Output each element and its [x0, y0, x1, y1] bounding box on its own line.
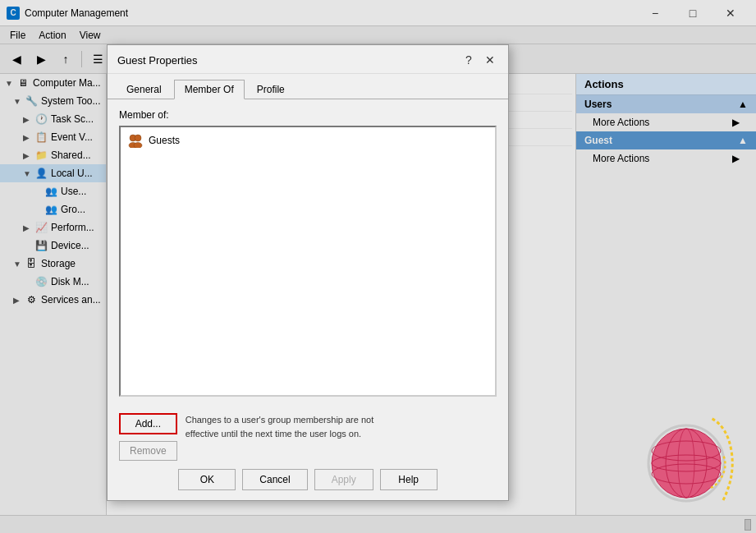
tab-general[interactable]: General — [116, 80, 172, 99]
member-of-label: Member of: — [119, 109, 497, 121]
dialog-action-buttons: OK Cancel Apply Help — [108, 461, 508, 500]
dialog-title-controls: ? ✕ — [460, 52, 498, 68]
svg-point-1 — [135, 135, 141, 141]
info-text: Changes to a user's group membership are… — [186, 413, 399, 461]
tab-profile[interactable]: Profile — [246, 80, 296, 99]
dialog-title: Guest Properties — [117, 54, 198, 67]
list-item[interactable]: Guests — [124, 131, 492, 150]
remove-button[interactable]: Remove — [119, 441, 177, 461]
apply-button[interactable]: Apply — [314, 469, 373, 490]
tab-strip: General Member Of Profile — [108, 74, 508, 99]
cancel-button[interactable]: Cancel — [242, 469, 307, 490]
window: C Computer Management − □ ✕ File Action … — [0, 0, 756, 533]
globe-decoration — [641, 410, 740, 508]
dialog-content: Member of: Guests — [108, 99, 508, 407]
tab-member-of[interactable]: Member Of — [174, 80, 245, 99]
dialog-footer-info: Add... Remove Changes to a user's group … — [108, 407, 508, 461]
ok-button[interactable]: OK — [178, 469, 236, 490]
dialog-close-button[interactable]: ✕ — [482, 52, 498, 68]
svg-point-3 — [134, 143, 142, 149]
group-icon — [127, 132, 144, 149]
member-list[interactable]: Guests — [119, 126, 497, 397]
member-label: Guests — [149, 135, 180, 146]
dialog-title-bar: Guest Properties ? ✕ — [108, 45, 508, 74]
add-remove-buttons: Add... Remove — [119, 413, 177, 461]
guest-properties-dialog: Guest Properties ? ✕ General Member Of P… — [107, 44, 509, 501]
help-button[interactable]: Help — [380, 469, 438, 490]
dialog-help-button[interactable]: ? — [460, 52, 477, 68]
add-button[interactable]: Add... — [119, 413, 177, 434]
